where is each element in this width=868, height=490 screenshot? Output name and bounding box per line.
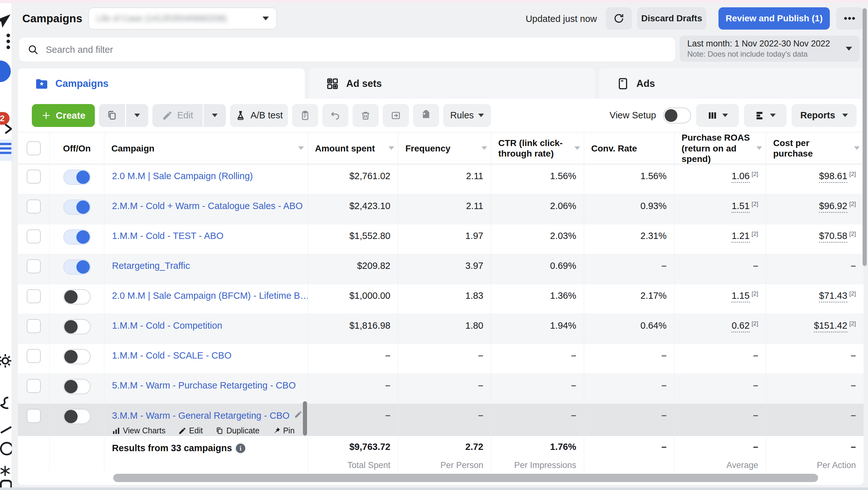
location-arrow-icon[interactable]: [0, 12, 12, 30]
footer-sublabel: Per Impressions: [491, 460, 584, 470]
view-setup-toggle[interactable]: [663, 108, 691, 123]
row-action-duplicate[interactable]: Duplicate: [215, 426, 259, 435]
edit-button[interactable]: Edit: [152, 104, 203, 127]
frozen-pane-scrollbar[interactable]: [303, 401, 307, 436]
purchase-roas-cell: –: [675, 254, 766, 284]
campaign-link[interactable]: 2.0 M.M | Sale Campaign (BFCM) - Lifetim…: [112, 290, 308, 301]
ad-account-selector[interactable]: Life of Case (1413535045660208): [89, 8, 277, 29]
ab-test-label: A/B test: [250, 110, 283, 121]
campaign-link[interactable]: 1.M.M - Cold - SCALE - CBO: [112, 350, 231, 361]
campaign-onoff-toggle[interactable]: [63, 379, 91, 394]
row-action-pin[interactable]: Pin: [272, 426, 294, 435]
campaigns-nav-icon[interactable]: [0, 140, 12, 161]
create-button[interactable]: Create: [32, 104, 95, 127]
clipboard-icon: [300, 110, 311, 121]
footer-sublabel: Per Person: [398, 460, 491, 470]
campaign-link[interactable]: 2.0 M.M | Sale Campaign (Rolling): [112, 171, 253, 181]
tab-ad-sets[interactable]: Ad sets: [309, 68, 595, 99]
page-vertical-scrollbar[interactable]: [863, 8, 867, 266]
duplicate-button[interactable]: [99, 104, 125, 127]
campaign-link[interactable]: 1.M.M - Cold - Competition: [112, 320, 222, 331]
help-circle-icon[interactable]: [0, 440, 12, 458]
discard-drafts-button[interactable]: Discard Drafts: [637, 7, 706, 30]
sort-caret-icon[interactable]: [854, 146, 860, 153]
rules-button[interactable]: Rules: [443, 104, 491, 127]
row-checkbox[interactable]: [27, 229, 41, 243]
settings-gear-icon[interactable]: [0, 352, 12, 370]
edit-button-label: Edit: [177, 110, 193, 121]
campaign-link[interactable]: Retargeting_Traffic: [112, 261, 190, 271]
row-checkbox[interactable]: [27, 170, 41, 184]
row-action-edit[interactable]: Edit: [178, 426, 203, 435]
campaign-onoff-toggle[interactable]: [63, 289, 91, 305]
campaign-onoff-toggle[interactable]: [63, 229, 91, 245]
tab-ads[interactable]: Ads: [599, 68, 865, 99]
row-checkbox[interactable]: [27, 379, 41, 393]
edit-name-pencil-icon[interactable]: [294, 410, 303, 420]
horizontal-scrollbar-thumb[interactable]: [113, 474, 818, 482]
row-checkbox[interactable]: [27, 200, 41, 214]
campaign-onoff-toggle[interactable]: [63, 200, 91, 215]
tab-campaigns[interactable]: Campaigns: [18, 68, 305, 99]
review-and-publish-button[interactable]: Review and Publish (1): [718, 7, 830, 30]
row-checkbox[interactable]: [27, 319, 41, 333]
sort-caret-icon[interactable]: [756, 146, 762, 153]
sparkle-icon[interactable]: [0, 465, 12, 477]
tag-button[interactable]: [413, 104, 439, 127]
delete-button[interactable]: [352, 104, 379, 127]
column-header-conv[interactable]: Conv. Rate: [584, 132, 675, 164]
campaign-link[interactable]: 5.M.M - Warm - Purchase Retargeting - CB…: [112, 380, 296, 390]
column-header-cost[interactable]: Cost per purchase: [766, 132, 864, 164]
sort-caret-icon[interactable]: [389, 146, 394, 153]
breakdown-button[interactable]: [744, 104, 786, 127]
campaign-onoff-toggle[interactable]: [63, 349, 91, 364]
billing-icon[interactable]: [0, 395, 12, 412]
undo-button[interactable]: [322, 104, 348, 127]
footer-cost-per-purchase: –Per Action: [766, 436, 864, 474]
search-and-filter-bar[interactable]: [19, 37, 675, 62]
row-checkbox[interactable]: [27, 409, 41, 423]
reports-button[interactable]: Reports: [792, 104, 857, 127]
sort-caret-icon[interactable]: [574, 146, 580, 153]
campaign-name-cell: 2.0 M.M | Sale Campaign (Rolling): [104, 164, 308, 194]
duplicate-options-caret[interactable]: [126, 104, 148, 127]
search-input[interactable]: [46, 44, 667, 55]
export-button[interactable]: [383, 104, 409, 127]
campaign-link[interactable]: 3.M.M - Warm - General Retargeting - CBO: [112, 410, 289, 421]
row-checkbox[interactable]: [27, 289, 41, 303]
row-checkbox[interactable]: [27, 259, 41, 273]
sort-caret-icon[interactable]: [482, 146, 487, 153]
amount-spent-cell: $209.82: [308, 254, 398, 284]
view-charts-icon: [112, 427, 120, 435]
clipboard-button[interactable]: [292, 104, 318, 127]
refresh-button[interactable]: [606, 7, 632, 30]
column-header-frequency[interactable]: Frequency: [398, 132, 491, 164]
date-range-selector[interactable]: Last month: 1 Nov 2022-30 Nov 2022 Note:…: [680, 36, 860, 62]
more-dots-icon[interactable]: [0, 32, 12, 50]
active-app-icon[interactable]: [0, 60, 11, 82]
sort-caret-icon[interactable]: [298, 146, 304, 153]
info-icon[interactable]: i: [236, 443, 245, 453]
row-action-view-charts[interactable]: View Charts: [112, 426, 165, 435]
column-header-ctr[interactable]: CTR (link click-through rate): [491, 132, 584, 164]
column-header-amount[interactable]: Amount spent: [308, 132, 398, 164]
metric-footnote: [2]: [751, 201, 758, 207]
more-options-button[interactable]: •••: [836, 7, 864, 30]
campaign-onoff-toggle[interactable]: [63, 319, 91, 334]
campaign-onoff-toggle[interactable]: [63, 409, 91, 424]
campaign-onoff-toggle[interactable]: [63, 259, 91, 275]
nav-arrow-icon[interactable]: [0, 123, 12, 134]
campaign-onoff-toggle[interactable]: [63, 170, 91, 185]
notifications-badge[interactable]: 2: [0, 112, 9, 125]
campaign-link[interactable]: 1.M.M - Cold - TEST - ABO: [112, 231, 223, 241]
ab-test-button[interactable]: A/B test: [230, 104, 288, 127]
column-header-label: Cost per purchase: [773, 138, 849, 159]
select-all-checkbox[interactable]: [27, 141, 41, 155]
columns-button[interactable]: [696, 104, 739, 127]
row-checkbox[interactable]: [27, 349, 41, 363]
edit-options-caret[interactable]: [204, 104, 226, 127]
column-header-campaign[interactable]: Campaign: [104, 132, 308, 164]
campaign-link[interactable]: 2.M.M - Cold + Warm - Catalogue Sales - …: [112, 201, 303, 211]
column-header-roas[interactable]: Purchase ROAS (return on ad spend): [675, 132, 766, 164]
horizontal-scrollbar-track: [18, 471, 864, 485]
